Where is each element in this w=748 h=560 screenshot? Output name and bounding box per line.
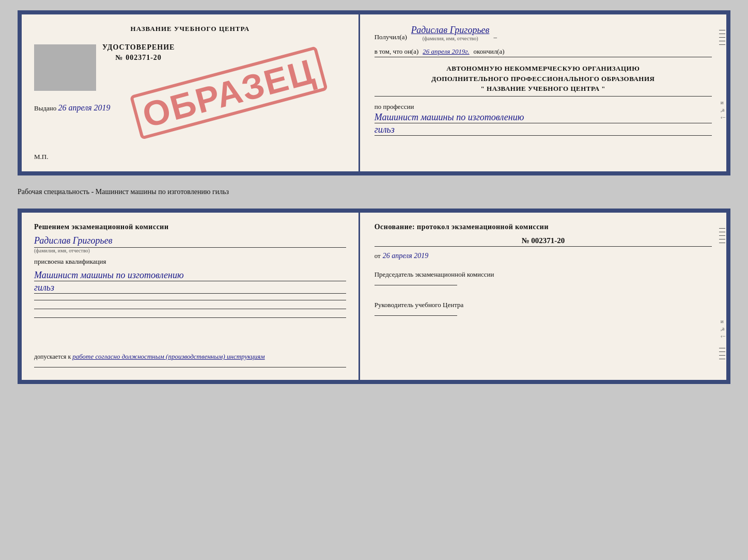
name-sublabel-top: (фамилия, имя, отчество): [411, 36, 490, 41]
deco-dash-3: [719, 37, 725, 38]
assigned-label: присвоена квалификация: [34, 258, 346, 266]
bottom-name-block: Радислав Григорьев (фамилия, имя, отчест…: [34, 235, 346, 253]
in-that-date: 26 апреля 2019г.: [423, 47, 469, 56]
bottom-name-value: Радислав Григорьев: [34, 235, 346, 248]
b-deco-dash-4: [719, 239, 725, 239]
org-block: АВТОНОМНУЮ НЕКОММЕРЧЕСКУЮ ОРГАНИЗАЦИЮ ДО…: [375, 63, 712, 97]
b-deco-dash-9: [719, 359, 725, 359]
cert-number: № 002371-20: [102, 54, 175, 62]
page-wrapper: НАЗВАНИЕ УЧЕБНОГО ЦЕНТРА УДОСТОВЕРЕНИЕ №…: [10, 10, 738, 384]
b-side-letter-i: и: [721, 318, 725, 324]
issued-date: 26 апреля 2019: [58, 103, 111, 112]
side-letters-top: и ,а ‹–: [721, 99, 725, 120]
profession-label: по профессии: [375, 103, 712, 111]
director-sign-line: [375, 315, 457, 316]
deco-dash-2: [719, 34, 725, 34]
in-that-row: в том, что он(а) 26 апреля 2019г. окончи…: [375, 47, 712, 57]
chairman-block: Председатель экзаменационной комиссии: [375, 270, 712, 287]
in-that-label: в том, что он(а): [375, 47, 419, 56]
bottom-line-2: [34, 309, 346, 309]
qual-block: Машинист машины по изготовлению гильз: [34, 270, 346, 294]
top-right-panel: Получил(а) Радислав Григорьев (фамилия, …: [360, 14, 726, 171]
bottom-line-3: [34, 317, 346, 318]
bottom-date-row: от 26 апреля 2019: [375, 252, 712, 260]
bottom-right-panel: Основание: протокол экзаменационной коми…: [360, 213, 726, 380]
b-deco-dash-5: [719, 243, 725, 243]
bottom-line-1: [34, 300, 346, 300]
b-deco-dash-2: [719, 232, 725, 232]
bottom-right-dashes: [719, 228, 726, 243]
bottom-side-letters: и ,а ‹–: [721, 318, 725, 339]
bottom-left-header: Решением экзаменационной комиссии: [34, 223, 346, 231]
deco-dash-4: [719, 41, 725, 41]
date-value: 26 апреля 2019: [383, 252, 428, 260]
received-label: Получил(а): [375, 33, 407, 41]
chairman-sign-line: [375, 285, 457, 285]
bottom-document: Решением экзаменационной комиссии Радисл…: [18, 209, 730, 384]
deco-dash-1: [719, 30, 725, 30]
cert-issued: Выдано 26 апреля 2019: [34, 103, 346, 113]
side-letter-i: и: [721, 99, 725, 105]
chairman-label: Председатель экзаменационной комиссии: [375, 270, 712, 279]
specialty-label: Рабочая специальность - Машинист машины …: [18, 185, 730, 199]
director-label: Руководитель учебного Центра: [375, 301, 712, 309]
org-line1: АВТОНОМНУЮ НЕКОММЕРЧЕСКУЮ ОРГАНИЗАЦИЮ: [375, 63, 712, 74]
issued-label: Выдано: [34, 104, 56, 112]
mp-label: М.П.: [34, 148, 346, 161]
top-left-title: НАЗВАНИЕ УЧЕБНОГО ЦЕНТРА: [34, 25, 346, 33]
bottom-name-sublabel: (фамилия, имя, отчество): [34, 248, 346, 253]
side-letter-a: ,а: [721, 106, 725, 113]
qual-value2: гильз: [34, 282, 346, 294]
top-left-panel: НАЗВАНИЕ УЧЕБНОГО ЦЕНТРА УДОСТОВЕРЕНИЕ №…: [22, 14, 360, 171]
b-deco-dash-8: [719, 355, 725, 356]
bottom-line-allowed: [34, 367, 346, 367]
allowed-block: допускается к работе согласно должностны…: [34, 353, 346, 361]
org-name: " НАЗВАНИЕ УЧЕБНОГО ЦЕНТРА ": [375, 84, 712, 94]
b-deco-dash-3: [719, 235, 725, 236]
org-line2: ДОПОЛНИТЕЛЬНОГО ПРОФЕССИОНАЛЬНОГО ОБРАЗО…: [375, 74, 712, 84]
bottom-number: № 002371-20: [375, 236, 712, 247]
b-deco-dash-1: [719, 228, 725, 229]
cert-label: УДОСТОВЕРЕНИЕ: [102, 43, 175, 52]
allowed-label: допускается к: [34, 353, 71, 360]
finished-label: окончил(а): [474, 47, 505, 56]
bottom-left-panel: Решением экзаменационной комиссии Радисл…: [22, 213, 360, 380]
b-side-letter-k: ‹–: [721, 332, 725, 339]
profession-value: Машинист машины по изготовлению: [375, 112, 712, 123]
bottom-right-header: Основание: протокол экзаменационной коми…: [375, 223, 712, 231]
b-side-letter-a: ,а: [721, 325, 725, 331]
right-side-dashes: [719, 30, 726, 45]
profession-block: по профессии Машинист машины по изготовл…: [375, 103, 712, 136]
received-name: Радислав Григорьев: [411, 25, 490, 36]
profession-value2: гильз: [375, 124, 712, 136]
allowed-value: работе согласно должностным (производств…: [72, 353, 264, 360]
side-letter-k: ‹–: [721, 114, 725, 120]
b-deco-dash-7: [719, 351, 725, 352]
director-block: Руководитель учебного Центра: [375, 301, 712, 318]
bottom-right-dashes2: [719, 348, 726, 359]
received-row: Получил(а) Радислав Григорьев (фамилия, …: [375, 25, 712, 41]
top-document: НАЗВАНИЕ УЧЕБНОГО ЦЕНТРА УДОСТОВЕРЕНИЕ №…: [18, 10, 730, 175]
cert-gray-photo: [34, 44, 96, 91]
date-prefix: от: [375, 252, 381, 260]
b-deco-dash-6: [719, 348, 725, 348]
deco-dash-5: [719, 44, 725, 45]
qual-value: Машинист машины по изготовлению: [34, 270, 346, 281]
